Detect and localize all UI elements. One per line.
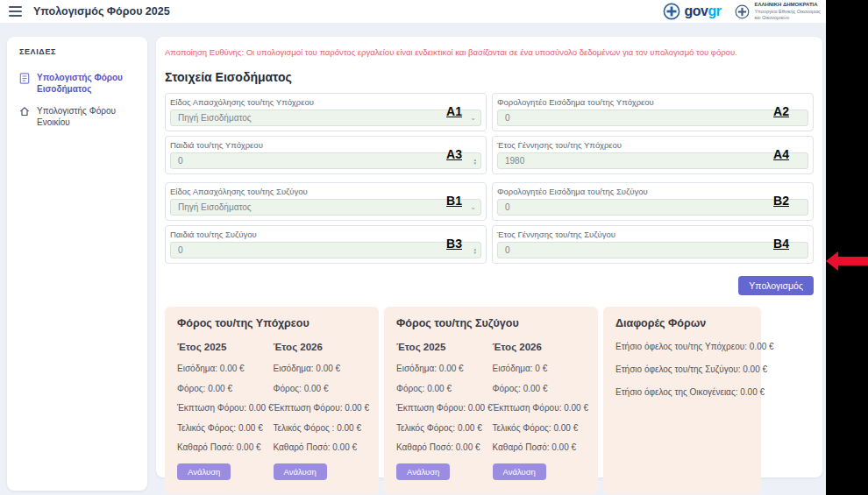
field-label: Φορολογητέο Εισόδημα του/της Υπόχρεου (497, 97, 808, 107)
annotation-a4: A4 (773, 147, 789, 161)
tax-differences-card: Διαφορές Φόρων Ετήσιο όφελος του/της Υπό… (603, 307, 761, 494)
calculate-button-row: Υπολογισμός (165, 276, 814, 295)
year-heading: Έτος 2025 (177, 342, 274, 352)
taxable-income-spouse-input[interactable]: 0 (497, 199, 808, 216)
taxpayer-fields-grid: Είδος Απασχόλησης του/της Υπόχρεου Πηγή … (165, 93, 814, 174)
field-value: 0 (178, 245, 183, 255)
tax-discount-row: Έκπτωση Φόρου: 0.00 € (493, 403, 589, 413)
annotation-b2: B2 (773, 194, 789, 208)
govgr-logo: govgr (663, 3, 721, 20)
year-2025-column: Έτος 2025 Εισόδημα: 0.00 € Φόρος: 0.00 €… (177, 342, 274, 480)
app-title: Υπολογισμός Φόρου 2025 (33, 5, 170, 18)
card-title: Διαφορές Φόρων (615, 317, 749, 329)
home-icon (19, 106, 30, 117)
final-tax-row: Τελικός Φόρος: 0.00 € (177, 423, 274, 433)
card-title: Φόρος του/της Συζύγου (396, 317, 586, 329)
red-arrow-head (826, 251, 838, 271)
section-title: Στοιχεία Εισοδήματος (165, 70, 814, 84)
analysis-button[interactable]: Ανάλυση (274, 463, 327, 480)
net-amount-row: Καθαρό Ποσό: 0.00 € (396, 442, 493, 452)
field-taxable-income-taxpayer: Φορολογητέο Εισόδημα του/της Υπόχρεου 0 … (492, 93, 814, 131)
field-birth-year-taxpayer: Έτος Γέννησης του/της Υπόχρεου 1980 A4 (492, 136, 814, 174)
analysis-button[interactable]: Ανάλυση (396, 463, 450, 480)
annotation-b1: B1 (446, 194, 462, 208)
spouse-benefit-row: Ετήσιο όφελος του/της Συζύγου: 0.00 € (615, 364, 749, 374)
tax-discount-row: Έκπτωση Φόρου: 0.00 € (396, 403, 493, 413)
tax-row: Φόρος: 0.00 € (177, 384, 274, 393)
field-taxable-income-spouse: Φορολογητέο Εισόδημα του/της Συζύγου 0 B… (492, 182, 814, 221)
analysis-button[interactable]: Ανάλυση (177, 463, 231, 480)
annotation-b3: B3 (446, 237, 462, 251)
red-arrow-annotation (826, 251, 868, 271)
sidebar: ΣΕΛΙΔΕΣ Υπολογιστής Φόρου Εισοδήματος Υπ… (7, 37, 147, 491)
main-panel: Αποποίηση Ευθύνης: Οι υπολογισμοί του πα… (156, 37, 822, 477)
final-tax-row: Τελικός Φόρος: 0.00 € (396, 423, 493, 433)
sidebar-heading: ΣΕΛΙΔΕΣ (7, 37, 147, 67)
taxable-income-taxpayer-input[interactable]: 0 (497, 110, 808, 126)
field-value: 0 (505, 245, 510, 255)
field-value: Πηγή Εισοδήματος (178, 202, 252, 212)
birth-year-taxpayer-input[interactable]: 1980 (497, 152, 808, 169)
field-value: 0 (505, 113, 510, 123)
employment-type-taxpayer-select[interactable]: Πηγή Εισοδήματος ⌄ (170, 110, 481, 126)
spouse-fields-grid: Είδος Απασχόλησης του/της Συζύγου Πηγή Ε… (165, 182, 814, 264)
field-label: Έτος Γέννησης του/της Συζύγου (497, 230, 808, 239)
ministry-emblem-icon (735, 4, 750, 19)
tax-row: Φόρος: 0.00 € (396, 384, 493, 393)
field-children-spouse: Παιδιά του/της Συζύγου 0 ▴▾ B3 (165, 225, 487, 264)
calculate-button[interactable]: Υπολογισμός (738, 276, 814, 295)
chevron-down-icon: ⌄ (470, 203, 476, 211)
tax-discount-row: Έκπτωση Φόρου: 0.00 € (274, 403, 370, 413)
document-icon (19, 73, 30, 84)
annotation-a2: A2 (773, 104, 789, 118)
field-label: Έτος Γέννησης του/της Υπόχρεου (497, 140, 808, 150)
income-row: Εισόδημα: 0.00 € (274, 364, 370, 373)
field-label: Είδος Απασχόλησης του/της Συζύγου (170, 187, 481, 196)
tax-discount-row: Έκπτωση Φόρου: 0.00 € (177, 403, 274, 413)
annotation-a3: A3 (446, 147, 462, 161)
year-heading: Έτος 2026 (274, 342, 370, 352)
children-taxpayer-stepper[interactable]: 0 ▴▾ (170, 152, 481, 169)
stepper-arrows-icon: ▴▾ (473, 246, 476, 254)
chevron-down-icon: ⌄ (470, 114, 476, 122)
screenshot-black-bar (826, 0, 868, 495)
field-employment-type-taxpayer: Είδος Απασχόλησης του/της Υπόχρεου Πηγή … (165, 93, 487, 131)
year-heading: Έτος 2025 (396, 342, 493, 352)
card-title: Φόρος του/της Υπόχρεου (177, 317, 366, 329)
govgr-wordmark: govgr (684, 4, 721, 19)
stepper-arrows-icon: ▴▾ (473, 157, 476, 165)
net-amount-row: Καθαρό Ποσό: 0.00 € (177, 442, 274, 452)
year-2026-column: Έτος 2026 Εισόδημα: 0.00 € Φόρος: 0.00 €… (274, 342, 370, 480)
final-tax-row: Τελικός Φόρος : 0.00 € (274, 423, 370, 433)
field-label: Παιδιά του/της Υπόχρεου (170, 140, 481, 150)
results-section: Φόρος του/της Υπόχρεου Έτος 2025 Εισόδημ… (165, 307, 814, 494)
sidebar-item-label: Υπολογιστής Φόρου Εισοδήματος (37, 72, 137, 95)
sidebar-item-income-tax-calculator[interactable]: Υπολογιστής Φόρου Εισοδήματος (7, 67, 147, 100)
year-2026-column: Έτος 2026 Εισόδημα: 0 € Φόρος: 0.00 € Έκ… (493, 342, 589, 480)
field-employment-type-spouse: Είδος Απασχόλησης του/της Συζύγου Πηγή Ε… (165, 182, 487, 221)
children-spouse-stepper[interactable]: 0 ▴▾ (170, 242, 481, 258)
spouse-tax-card: Φόρος του/της Συζύγου Έτος 2025 Εισόδημα… (384, 307, 598, 494)
field-label: Φορολογητέο Εισόδημα του/της Συζύγου (497, 187, 808, 196)
sidebar-item-rent-tax-calculator[interactable]: Υπολογιστής Φόρου Ενοικίου (7, 100, 147, 133)
govgr-emblem-icon (663, 3, 680, 20)
family-benefit-row: Ετήσιο όφελος της Οικογένειας: 0.00 € (615, 387, 749, 397)
ministry-text: ΕΛΛΗΝΙΚΗ ΔΗΜΟΚΡΑΤΙΑ Υπουργείο Εθνικής Οι… (754, 2, 821, 20)
menu-icon[interactable] (9, 6, 22, 17)
analysis-button[interactable]: Ανάλυση (493, 463, 546, 480)
income-row: Εισόδημα: 0.00 € (177, 364, 274, 373)
field-label: Είδος Απασχόλησης του/της Υπόχρεου (170, 97, 481, 107)
birth-year-spouse-input[interactable]: 0 (497, 242, 808, 258)
annotation-a1: A1 (446, 104, 462, 118)
field-value: 0 (178, 156, 183, 166)
final-tax-row: Τελικός Φόρος: 0.00 € (493, 423, 589, 433)
top-bar: Υπολογισμός Φόρου 2025 govgr ΕΛΛΗΝΙΚΗ ΔΗ… (0, 0, 868, 23)
field-children-taxpayer: Παιδιά του/της Υπόχρεου 0 ▴▾ A3 (165, 136, 487, 174)
taxpayer-tax-card: Φόρος του/της Υπόχρεου Έτος 2025 Εισόδημ… (165, 307, 379, 494)
field-value: 1980 (505, 156, 524, 166)
net-amount-row: Καθαρό Ποσό: 0.00 € (493, 442, 589, 452)
net-amount-row: Καθαρό Ποσό: 0.00 € (274, 442, 370, 452)
field-value: 0 (505, 202, 510, 212)
employment-type-spouse-select[interactable]: Πηγή Εισοδήματος ⌄ (170, 199, 481, 216)
disclaimer-text: Αποποίηση Ευθύνης: Οι υπολογισμοί του πα… (165, 47, 814, 57)
